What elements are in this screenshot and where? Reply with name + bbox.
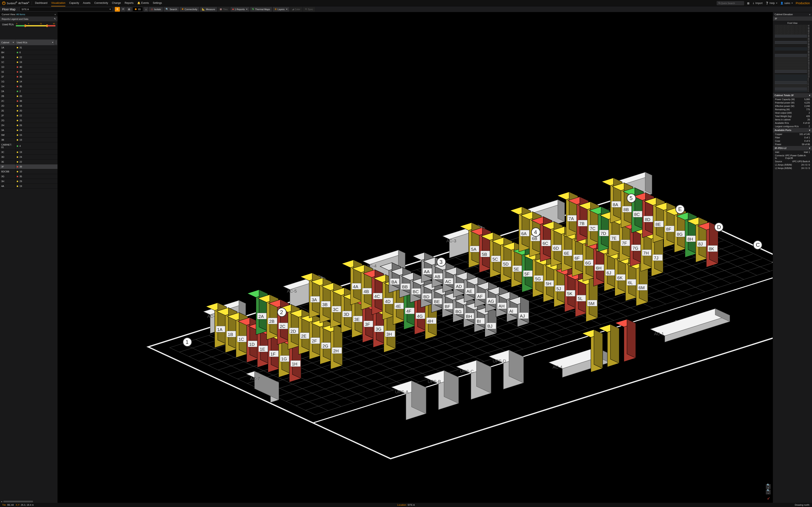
import-button[interactable]: ⤓ Import <box>752 2 763 5</box>
table-row[interactable]: 2F22 <box>0 113 57 118</box>
quick-search[interactable] <box>717 1 744 5</box>
cabinet-table-body[interactable]: 1A318H61B221C191D401E381F361G141H352A22B… <box>0 45 57 500</box>
table-row[interactable]: 1A31 <box>0 45 57 50</box>
table-row[interactable]: 2H26 <box>0 123 57 128</box>
legend-handle-low[interactable] <box>24 24 26 27</box>
nav-events[interactable]: 🔔 Events <box>137 0 149 6</box>
refresh-button[interactable]: ⟳ <box>121 7 125 12</box>
table-row[interactable]: 1F36 <box>0 74 57 79</box>
svg-text:AG: AG <box>488 299 494 303</box>
thermal-maps-button[interactable]: ⇅Thermal Maps <box>250 7 272 12</box>
nav-capacity[interactable]: Capacity <box>69 0 79 6</box>
cabinet-table-hscroll[interactable]: ◂ <box>0 500 57 503</box>
floor-map-viewport[interactable]: DC PLANT ROOMAC-6AC-5AC-4AC-3AC-1AC-71A1… <box>58 12 773 503</box>
reports-button[interactable]: 1 Reports <box>231 7 250 12</box>
col-cabinet[interactable]: Cabinet <box>0 40 15 45</box>
collapse-left-icon[interactable]: « <box>55 13 56 16</box>
layers-button[interactable]: ≣Layers <box>273 7 289 12</box>
legend-header: Reports Legend and Data ✎ <box>0 16 57 21</box>
col-drag-handle[interactable] <box>55 40 57 45</box>
isolate-button[interactable]: ◎Isolate <box>149 7 163 12</box>
legend-gradient[interactable] <box>16 25 55 26</box>
status-bar: Tile:BE-44 X,Y:26.3, 18.4 m Location:SIT… <box>0 503 812 507</box>
sync-button[interactable]: ⟲Sync <box>303 7 315 12</box>
table-row[interactable]: 3B19 <box>0 137 57 143</box>
cabinet-totals-header[interactable]: Cabinet Totals 3F▾ <box>773 93 812 98</box>
table-row[interactable]: 1H35 <box>0 84 57 89</box>
measure-button[interactable]: 📐Measure <box>200 7 217 12</box>
help-menu[interactable]: ❔ Help <box>765 2 777 5</box>
print-button[interactable]: 🖶 <box>126 7 132 12</box>
table-row[interactable]: 3E22 <box>0 160 57 164</box>
kv-row: Copper101 of 145 <box>773 132 812 136</box>
tiles-button[interactable]: ▦Tiles <box>218 7 230 12</box>
legend-handle-high[interactable] <box>46 24 48 27</box>
edit-legend-icon[interactable]: ✎ <box>54 17 56 20</box>
svg-text:5K: 5K <box>567 291 572 296</box>
nav-settings[interactable]: Settings <box>153 0 162 6</box>
table-row[interactable]: 2G25 <box>0 118 57 123</box>
ru-slot[interactable] <box>774 91 807 92</box>
table-row[interactable]: 1G14 <box>0 79 57 84</box>
nav-change[interactable]: Change <box>112 0 121 6</box>
nav-visualization[interactable]: Visualization <box>51 0 65 6</box>
user-menu[interactable]: 👤 sales <box>780 2 793 5</box>
nav-connectivity[interactable]: Connectivity <box>94 0 108 6</box>
svg-text:4G: 4G <box>417 314 423 319</box>
table-row[interactable]: 1B22 <box>0 55 57 60</box>
table-row[interactable]: 3D24 <box>0 155 57 160</box>
nav-dashboard[interactable]: Dashboard <box>35 0 47 6</box>
nav-reports[interactable]: Reports <box>124 0 134 6</box>
table-row[interactable]: BDCBB10 <box>0 169 57 174</box>
col-used-rus[interactable]: Used RUs <box>15 40 55 45</box>
color-button[interactable]: ◢Color <box>290 7 302 12</box>
kv-row: Power59 of 86 <box>773 143 812 146</box>
svg-text:3F: 3F <box>365 322 370 327</box>
cabinet-elevation[interactable]: 4241403938373635343332313029282726252423… <box>774 25 810 92</box>
svg-text:7E: 7E <box>611 236 616 241</box>
table-row[interactable]: 8H6 <box>0 50 57 55</box>
svg-marker-586 <box>772 249 773 269</box>
table-row[interactable]: 1D40 <box>0 65 57 69</box>
available-ports-header[interactable]: Available Ports▾ <box>773 128 812 132</box>
site-selector[interactable]: SITE A <box>20 7 113 12</box>
table-row[interactable]: 2E20 <box>0 108 57 113</box>
table-row[interactable]: 3G35 <box>0 174 57 179</box>
table-row[interactable]: 4A19 <box>0 184 57 189</box>
sunbird-logo-icon <box>2 1 5 5</box>
search-icon <box>718 2 720 4</box>
search-button[interactable]: 🔍Search <box>164 7 179 12</box>
pdu-header[interactable]: 3F-PDU-L2▾ <box>773 146 812 151</box>
svg-marker-82 <box>645 172 652 194</box>
brand-app: dcTrack® <box>18 1 30 5</box>
table-row[interactable]: 2A2 <box>0 89 57 94</box>
zoom-out-button[interactable]: 🔍− <box>766 490 770 494</box>
calendar-icon[interactable]: ▦ <box>747 2 749 5</box>
table-row[interactable]: 2C38 <box>0 99 57 104</box>
floor-map-3d[interactable]: DC PLANT ROOMAC-6AC-5AC-4AC-3AC-1AC-71A1… <box>58 12 773 497</box>
table-row[interactable]: 2B20 <box>0 94 57 99</box>
quick-search-input[interactable] <box>720 2 743 5</box>
table-row[interactable]: CABINET-014 <box>0 143 57 150</box>
expand-right-icon[interactable]: » <box>809 13 810 16</box>
home-button[interactable]: ⌂ <box>144 7 148 12</box>
table-row[interactable]: 3F38 <box>0 164 57 169</box>
zoom-in-button[interactable]: 🔍+ <box>766 484 770 489</box>
svg-text:6D: 6D <box>553 246 559 250</box>
svg-text:4H: 4H <box>427 319 433 324</box>
table-row[interactable]: 3A24 <box>0 128 57 133</box>
table-row[interactable]: 3C19 <box>0 150 57 155</box>
table-row[interactable]: 1C19 <box>0 60 57 65</box>
svg-text:6F: 6F <box>574 256 579 261</box>
table-row[interactable]: 1E38 <box>0 69 57 74</box>
table-row[interactable]: 5M15 <box>0 133 57 137</box>
connectivity-button[interactable]: ✺Connectivity <box>180 7 199 12</box>
svg-text:4: 4 <box>534 229 537 235</box>
svg-text:AC-7: AC-7 <box>250 376 260 381</box>
current-view-link[interactable]: All Items <box>16 13 25 16</box>
nav-assets[interactable]: Assets <box>83 0 91 6</box>
view-3d-button[interactable]: ⬣3D <box>133 7 143 12</box>
table-row[interactable]: 2D16 <box>0 104 57 108</box>
table-row[interactable]: 3H29 <box>0 179 57 184</box>
settings-button[interactable]: ⚙ <box>115 7 120 12</box>
